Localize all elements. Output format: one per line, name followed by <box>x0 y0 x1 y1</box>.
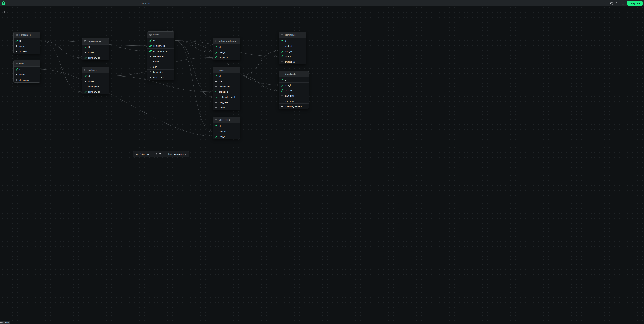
foreign-key-link-icon <box>215 51 217 54</box>
erd-table-project_assignments[interactable]: project_assignme...iduser_idproject_id <box>213 38 240 60</box>
erd-table-companies[interactable]: companiesidnameaddress <box>14 32 40 54</box>
table-header-comments[interactable]: comments <box>279 32 306 38</box>
relationship-edge-tasks-comments <box>240 51 278 76</box>
field-name: id <box>285 79 286 81</box>
tidy-up-button[interactable] <box>159 152 162 156</box>
field-row-departments-name[interactable]: name <box>82 50 109 55</box>
erd-table-timesheets[interactable]: timesheetsiduser_idtask_idstart_timeend_… <box>279 71 309 109</box>
primary-key-icon <box>281 79 283 81</box>
field-row-tasks-id[interactable]: id <box>213 73 240 79</box>
edge-marker <box>176 40 178 41</box>
edge-marker <box>111 75 112 77</box>
field-row-comments-task_id[interactable]: task_id <box>279 49 306 54</box>
field-row-users-user_name[interactable]: user_name <box>147 75 174 80</box>
erd-table-comments[interactable]: commentsidcontenttask_iduser_idcreated_a… <box>279 32 306 64</box>
field-row-companies-name[interactable]: name <box>14 43 40 49</box>
field-row-projects-company_id[interactable]: company_id <box>82 89 109 94</box>
field-row-departments-company_id[interactable]: company_id <box>82 55 109 60</box>
table-icon <box>281 73 283 75</box>
table-icon <box>281 34 283 36</box>
field-row-timesheets-duration_minutes[interactable]: duration_minutes <box>279 103 308 109</box>
foreign-key-link-icon <box>84 57 86 59</box>
field-row-project_assignments-project_id[interactable]: project_id <box>213 55 240 60</box>
zoom-level: 93% <box>140 153 145 155</box>
field-row-users-created_at[interactable]: created_at <box>147 54 174 59</box>
panel-left-toggle-button[interactable] <box>1 10 6 14</box>
nullable-diamond-icon <box>150 61 152 63</box>
field-row-departments-id[interactable]: id <box>82 45 109 50</box>
table-header-roles[interactable]: roles <box>14 60 40 67</box>
field-row-timesheets-task_id[interactable]: task_id <box>279 88 308 93</box>
edge-marker <box>276 85 278 86</box>
zoom-out-button[interactable]: − <box>135 152 138 156</box>
edge-marker <box>145 46 147 47</box>
field-row-projects-description[interactable]: description <box>82 84 109 89</box>
foreign-key-link-icon <box>149 50 152 52</box>
table-header-project_assignments[interactable]: project_assignme... <box>213 38 240 44</box>
field-row-users-age[interactable]: age <box>147 64 174 69</box>
table-header-users[interactable]: users <box>147 32 174 38</box>
field-row-timesheets-id[interactable]: id <box>279 77 308 82</box>
zoom-toolbar: − 93% + show All Fields <box>133 151 189 157</box>
erd-table-departments[interactable]: departmentsidnamecompany_id <box>82 38 109 60</box>
field-name: start_time <box>285 94 294 97</box>
erd-table-user_roles[interactable]: user_rolesiduser_idrole_id <box>213 116 240 139</box>
field-row-companies-address[interactable]: address <box>14 49 40 54</box>
field-row-users-department_id[interactable]: department_id <box>147 48 174 54</box>
field-row-tasks-project_id[interactable]: project_id <box>213 89 240 94</box>
field-row-timesheets-user_id[interactable]: user_id <box>279 82 308 88</box>
field-row-roles-name[interactable]: name <box>14 72 40 77</box>
field-name: project_id <box>219 56 228 59</box>
field-row-roles-id[interactable]: id <box>14 67 40 72</box>
fit-view-button[interactable] <box>154 152 157 156</box>
field-row-timesheets-start_time[interactable]: start_time <box>279 93 308 98</box>
table-header-user_roles[interactable]: user_roles <box>213 117 240 123</box>
field-row-projects-name[interactable]: name <box>82 79 109 84</box>
field-row-tasks-assigned_user_id[interactable]: assigned_user_id <box>213 94 240 100</box>
erd-canvas[interactable]: companiesidnameaddressrolesidnamedescrip… <box>0 0 322 162</box>
table-header-timesheets[interactable]: timesheets <box>279 71 308 77</box>
table-icon <box>215 40 216 42</box>
field-row-comments-created_at[interactable]: created_at <box>279 59 306 64</box>
erd-table-projects[interactable]: projectsidnamedescriptioncompany_id <box>82 67 109 94</box>
liam-logo-icon[interactable]: L <box>2 1 5 5</box>
field-row-comments-content[interactable]: content <box>279 43 306 49</box>
field-row-users-id[interactable]: id <box>147 38 174 43</box>
field-name: company_id <box>153 45 165 47</box>
show-mode-select[interactable]: All Fields <box>174 153 187 155</box>
field-row-tasks-status[interactable]: status <box>213 105 240 110</box>
foreign-key-link-icon <box>281 55 283 58</box>
table-header-companies[interactable]: companies <box>14 32 40 38</box>
field-row-project_assignments-id[interactable]: id <box>213 44 240 50</box>
field-row-tasks-due_date[interactable]: due_date <box>213 100 240 105</box>
edge-marker <box>176 40 178 41</box>
field-row-tasks-description[interactable]: description <box>213 84 240 89</box>
field-row-timesheets-end_time[interactable]: end_time <box>279 98 308 103</box>
primary-key-icon <box>215 46 217 48</box>
field-row-user_roles-id[interactable]: id <box>213 123 240 128</box>
table-header-projects[interactable]: projects <box>82 67 109 73</box>
field-row-roles-description[interactable]: description <box>14 77 40 82</box>
edge-marker <box>80 57 82 58</box>
table-header-tasks[interactable]: tasks <box>213 67 240 73</box>
edge-marker <box>276 55 278 57</box>
field-row-users-name[interactable]: name <box>147 59 174 64</box>
field-row-tasks-title[interactable]: title <box>213 79 240 84</box>
erd-table-tasks[interactable]: tasksidtitledescriptionproject_idassigne… <box>213 67 240 110</box>
field-name: project_id <box>219 91 228 93</box>
field-row-user_roles-user_id[interactable]: user_id <box>213 128 240 133</box>
field-row-user_roles-role_id[interactable]: role_id <box>213 133 240 139</box>
erd-table-roles[interactable]: rolesidnamedescription <box>14 60 40 83</box>
table-icon <box>149 33 152 36</box>
not-null-diamond-icon <box>281 45 283 47</box>
field-row-users-is_deleted[interactable]: is_deleted <box>147 69 174 75</box>
zoom-in-button[interactable]: + <box>146 152 150 156</box>
field-row-users-company_id[interactable]: company_id <box>147 43 174 48</box>
field-row-comments-id[interactable]: id <box>279 38 306 43</box>
field-row-project_assignments-user_id[interactable]: user_id <box>213 50 240 55</box>
erd-table-users[interactable]: usersidcompany_iddepartment_idcreated_at… <box>147 31 174 80</box>
table-header-departments[interactable]: departments <box>82 38 109 45</box>
field-row-comments-user_id[interactable]: user_id <box>279 54 306 59</box>
field-row-projects-id[interactable]: id <box>82 73 109 79</box>
field-row-companies-id[interactable]: id <box>14 38 40 43</box>
